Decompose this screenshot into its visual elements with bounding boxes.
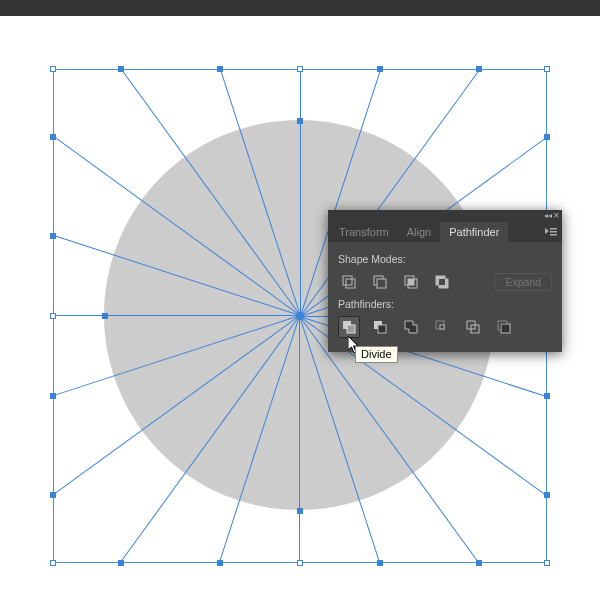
intersect-button[interactable] [400,271,422,293]
artboard[interactable]: ◂◂ ✕ Transform Align Pathfinder Shape Mo… [0,16,600,600]
svg-rect-0 [550,228,557,230]
bbox-handle[interactable] [50,560,56,566]
bbox-handle[interactable] [544,560,550,566]
anchor-handle[interactable] [544,492,550,498]
anchor-handle[interactable] [50,492,56,498]
svg-rect-18 [440,325,444,329]
svg-rect-1 [550,231,557,233]
tooltip: Divide [355,346,398,363]
anchor-handle[interactable] [476,66,482,72]
anchor-handle[interactable] [118,66,124,72]
circle-handle[interactable] [102,313,108,319]
tab-transform[interactable]: Transform [330,222,398,242]
minus-back-button[interactable] [493,316,515,338]
bbox-handle[interactable] [297,560,303,566]
shape-modes-row: Expand [338,271,552,293]
expand-button[interactable]: Expand [494,273,552,291]
anchor-handle[interactable] [377,560,383,566]
anchor-handle[interactable] [217,66,223,72]
crop-button[interactable] [431,316,453,338]
bbox-handle[interactable] [544,66,550,72]
anchor-handle[interactable] [50,134,56,140]
svg-rect-14 [347,325,355,333]
svg-rect-9 [408,279,414,285]
svg-rect-4 [346,279,355,288]
panel-titlebar[interactable]: ◂◂ ✕ [328,210,562,220]
pathfinder-panel[interactable]: ◂◂ ✕ Transform Align Pathfinder Shape Mo… [328,210,562,352]
anchor-handle[interactable] [544,134,550,140]
exclude-button[interactable] [431,271,453,293]
shape-modes-label: Shape Modes: [338,253,552,265]
bbox-handle[interactable] [50,66,56,72]
bbox-handle[interactable] [50,313,56,319]
svg-rect-21 [501,324,510,333]
anchor-handle[interactable] [544,393,550,399]
divide-button[interactable] [338,316,360,338]
tab-pathfinder[interactable]: Pathfinder [440,222,508,242]
panel-close-icon[interactable]: ✕ [552,211,560,220]
anchor-handle[interactable] [118,560,124,566]
anchor-handle[interactable] [476,560,482,566]
anchor-handle[interactable] [50,393,56,399]
anchor-handle[interactable] [377,66,383,72]
svg-rect-16 [378,325,386,333]
pathfinders-row [338,316,552,338]
panel-body: Shape Modes: Expand Pathfinders: [328,242,562,352]
minus-front-button[interactable] [369,271,391,293]
svg-rect-2 [550,234,557,236]
center-anchor[interactable] [296,312,304,320]
panel-tabs: Transform Align Pathfinder [328,220,562,242]
svg-rect-12 [439,279,445,285]
svg-rect-6 [377,279,386,288]
pathfinders-label: Pathfinders: [338,298,552,310]
circle-handle[interactable] [297,118,303,124]
panel-menu-icon[interactable] [542,224,560,242]
panel-collapse-icon[interactable]: ◂◂ [544,211,552,220]
app-chrome-bar [0,0,600,16]
circle-handle[interactable] [297,508,303,514]
svg-rect-3 [343,276,352,285]
anchor-handle[interactable] [50,233,56,239]
trim-button[interactable] [369,316,391,338]
anchor-handle[interactable] [217,560,223,566]
merge-button[interactable] [400,316,422,338]
tab-align[interactable]: Align [398,222,440,242]
outline-button[interactable] [462,316,484,338]
bbox-handle[interactable] [297,66,303,72]
unite-button[interactable] [338,271,360,293]
